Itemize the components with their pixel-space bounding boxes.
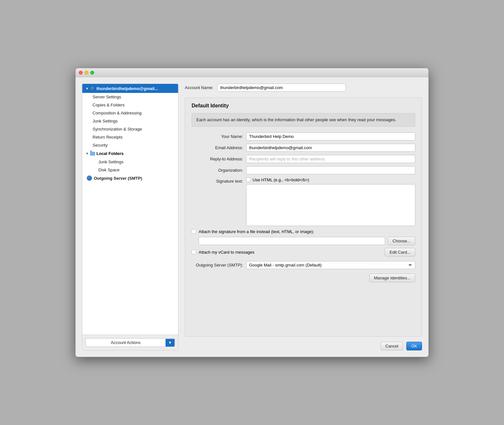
use-html-row: Use HTML (e.g., <b>bold</b>) <box>246 177 415 182</box>
section-description: Each account has an identity, which is t… <box>192 113 415 127</box>
outgoing-globe-icon <box>87 176 92 181</box>
maximize-button[interactable] <box>90 71 94 75</box>
attach-sig-input-row: Choose... <box>192 237 415 245</box>
reply-to-label: Reply-to Address: <box>192 157 243 161</box>
sidebar: ▼ thunderbirdhelpdemo@gmail... Server Se… <box>82 84 178 350</box>
sidebar-item-label: Disk Space <box>98 167 120 172</box>
ok-button[interactable]: OK <box>406 342 422 350</box>
account-actions-label: Account Actions <box>86 339 166 347</box>
sidebar-account-gmail[interactable]: ▼ thunderbirdhelpdemo@gmail... <box>82 84 178 93</box>
sidebar-account-gmail-label: thunderbirdhelpdemo@gmail... <box>96 86 158 91</box>
account-settings-window: ▼ thunderbirdhelpdemo@gmail... Server Se… <box>75 68 429 357</box>
collapse-triangle-local-icon: ▼ <box>86 152 89 155</box>
outgoing-server-label: Outgoing Server (SMTP): <box>192 263 243 267</box>
main-panel: Account Name: Default Identity Each acco… <box>178 84 422 350</box>
organization-row: Organization: <box>192 166 415 174</box>
minimize-button[interactable] <box>85 71 88 75</box>
sidebar-item-copies-folders[interactable]: Copies & Folders <box>82 101 178 109</box>
attach-vcard-label: Attach my vCard to messages <box>199 250 382 255</box>
email-address-input[interactable] <box>246 144 415 152</box>
close-button[interactable] <box>79 71 83 75</box>
attach-vcard-row: Attach my vCard to messages Edit Card... <box>192 248 415 257</box>
cancel-button[interactable]: Cancel <box>381 342 403 350</box>
account-name-row: Account Name: <box>185 84 422 92</box>
sidebar-bottom: Account Actions ▼ <box>82 335 178 350</box>
sidebar-local-folders[interactable]: ▼ Local Folders <box>82 149 178 158</box>
organization-label: Organization: <box>192 168 243 173</box>
your-name-input[interactable] <box>246 132 415 140</box>
sidebar-item-label: Junk Settings <box>98 159 123 164</box>
sidebar-local-folders-label: Local Folders <box>96 151 124 156</box>
sidebar-item-label: Junk Settings <box>93 119 118 123</box>
signature-textarea[interactable] <box>246 184 415 226</box>
title-bar <box>76 68 428 77</box>
use-html-checkbox[interactable] <box>246 177 251 182</box>
your-name-row: Your Name: <box>192 132 415 140</box>
account-name-label: Account Name: <box>185 85 213 90</box>
traffic-lights <box>79 71 94 75</box>
sidebar-item-sync-storage[interactable]: Synchronization & Storage <box>82 125 178 133</box>
sidebar-item-outgoing-server[interactable]: Outgoing Server (SMTP) <box>82 174 178 182</box>
sidebar-item-label: Outgoing Server (SMTP) <box>94 176 142 181</box>
attach-sig-input[interactable] <box>199 237 385 245</box>
sidebar-item-label: Server Settings <box>93 95 121 99</box>
sidebar-item-label: Security <box>93 143 108 148</box>
organization-input[interactable] <box>246 166 415 174</box>
email-address-row: Email Address: <box>192 144 415 152</box>
sidebar-item-label: Copies & Folders <box>93 103 125 107</box>
edit-card-button[interactable]: Edit Card... <box>385 248 415 257</box>
outgoing-server-row: Outgoing Server (SMTP): Google Mail - sm… <box>192 261 415 269</box>
globe-icon <box>90 86 95 91</box>
attach-sig-checkbox[interactable] <box>192 229 196 234</box>
sidebar-item-label: Composition & Addressing <box>93 111 141 115</box>
attach-sig-row: Attach the signature from a file instead… <box>192 229 415 234</box>
sidebar-item-composition-addressing[interactable]: Composition & Addressing <box>82 109 178 117</box>
outgoing-server-select[interactable]: Google Mail - smtp.gmail.com (Default) <box>246 261 415 269</box>
sidebar-item-server-settings[interactable]: Server Settings <box>82 93 178 101</box>
sidebar-item-disk-space[interactable]: Disk Space <box>82 166 178 174</box>
account-actions-button[interactable]: Account Actions ▼ <box>86 338 175 347</box>
identity-form: Your Name: Email Address: Reply-to Addre… <box>192 132 415 285</box>
your-name-label: Your Name: <box>192 134 243 139</box>
sidebar-item-junk-settings-lf[interactable]: Junk Settings <box>82 158 178 166</box>
bottom-bar: Cancel OK <box>185 337 422 350</box>
sidebar-item-junk-settings[interactable]: Junk Settings <box>82 117 178 125</box>
reply-to-input[interactable] <box>246 155 415 163</box>
use-html-label: Use HTML (e.g., <b>bold</b>) <box>253 177 309 182</box>
manage-identities-row: Manage Identities... <box>192 274 415 282</box>
sidebar-item-return-receipts[interactable]: Return Receipts <box>82 133 178 141</box>
signature-row: Signature text: Use HTML (e.g., <b>bold<… <box>192 177 415 226</box>
account-name-input[interactable] <box>217 84 346 92</box>
collapse-triangle-icon: ▼ <box>86 87 89 90</box>
reply-to-row: Reply-to Address: <box>192 155 415 163</box>
sidebar-item-security[interactable]: Security <box>82 141 178 149</box>
attach-sig-label: Attach the signature from a file instead… <box>199 229 314 234</box>
sidebar-item-label: Return Receipts <box>93 135 122 140</box>
email-address-label: Email Address: <box>192 145 243 150</box>
manage-identities-button[interactable]: Manage Identities... <box>369 274 415 282</box>
account-actions-dropdown-icon: ▼ <box>166 339 175 347</box>
choose-button[interactable]: Choose... <box>388 237 415 245</box>
attach-vcard-checkbox[interactable] <box>192 250 196 254</box>
sidebar-item-label: Synchronization & Storage <box>93 127 142 131</box>
default-identity-section: Default Identity Each account has an ide… <box>185 97 422 337</box>
signature-text-label: Signature text: <box>192 177 243 184</box>
section-title: Default Identity <box>192 103 415 109</box>
signature-right: Use HTML (e.g., <b>bold</b>) <box>246 177 415 226</box>
folder-icon <box>90 152 95 156</box>
